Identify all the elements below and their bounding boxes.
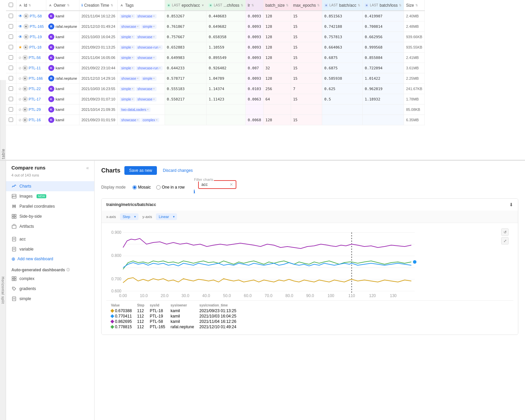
svg-text:0.00: 0.00	[119, 293, 127, 298]
sidebar-nav-gradients[interactable]: gradients	[6, 284, 94, 294]
row-lr: 0.0093	[246, 73, 264, 84]
svg-point-1	[13, 195, 14, 196]
row-checkbox[interactable]	[9, 118, 13, 122]
row-checkbox[interactable]	[9, 55, 13, 60]
y-axis-select-wrapper: Linear	[156, 213, 177, 220]
row-checkbox-cell	[6, 73, 16, 84]
y-axis-select[interactable]: Linear	[156, 213, 177, 220]
row-checkbox[interactable]	[9, 14, 13, 18]
row-eye-icon[interactable]: ⊘	[18, 56, 21, 60]
row-checkbox-cell	[6, 94, 16, 104]
tag: showcase ×	[136, 87, 157, 91]
row-batch-acc: 0.625	[322, 84, 363, 94]
reset-zoom-button[interactable]: ↺	[501, 228, 509, 236]
tag: showcase ×	[136, 97, 157, 101]
filter-charts-input[interactable]	[201, 182, 228, 187]
x-axis-select[interactable]: Step	[120, 213, 138, 220]
sidebar-nav-sidebyside[interactable]: Side-by-side	[6, 211, 94, 221]
run-id-link[interactable]: PTL-18	[30, 45, 42, 49]
run-id-link[interactable]: PTL-19	[30, 35, 42, 39]
sidebar-title: Compare runs	[11, 165, 46, 170]
run-id-link[interactable]: PTL-165	[30, 24, 44, 28]
row-size: 241.67KB	[404, 84, 424, 94]
row-creation-time: 2021/10/14 21:09:35	[79, 104, 117, 115]
row-creation-time: 2021/12/10 14:29:16	[79, 73, 117, 84]
row-eye-icon[interactable]: ⊘	[18, 97, 21, 101]
run-id-link[interactable]: PTL-56	[29, 56, 41, 60]
row-eye-icon[interactable]: 👁	[18, 14, 22, 18]
row-size: 2.40MB	[404, 11, 424, 21]
sidebar-nav-parallel[interactable]: Parallel coordinates	[6, 201, 94, 211]
sidebar-nav-artifacts[interactable]: Artifacts	[6, 221, 94, 231]
row-batch-acc: 0.6875	[322, 63, 363, 73]
row-checkbox[interactable]	[9, 24, 13, 28]
radio-one-in-row[interactable]: One in a row	[156, 185, 185, 190]
run-id-link[interactable]: PTL-58	[30, 14, 42, 18]
sidebar-collapse-button[interactable]: «	[86, 165, 89, 170]
svg-point-22	[13, 288, 14, 288]
row-owner-cell: K kamil	[46, 11, 79, 21]
row-checkbox[interactable]	[9, 34, 13, 39]
svg-text:0.600: 0.600	[111, 289, 121, 293]
row-size: 935.55KB	[404, 42, 424, 53]
row-tags-cell: two-dataLoaders ×	[117, 104, 165, 115]
owner-name: rafal.neptune	[56, 76, 77, 80]
row-checkbox[interactable]	[9, 97, 13, 101]
sidebar-nav-simple[interactable]: simple	[6, 294, 94, 304]
radio-mosaic[interactable]: Mosaic	[132, 185, 151, 190]
discard-changes-button[interactable]: Discard changes	[161, 166, 195, 175]
radio-one-in-row-input[interactable]	[156, 185, 161, 190]
row-eye-icon[interactable]: ⊘	[18, 108, 21, 112]
tooltip-row: Value 0.670388 0.770411 0.	[106, 300, 513, 332]
content-title: Charts	[101, 167, 120, 174]
row-icons-cell: ⊘ ● PTL-29	[16, 104, 46, 115]
download-icon[interactable]: ⬇	[509, 202, 513, 207]
run-id-link[interactable]: PTL-22	[29, 87, 41, 91]
doc-icon-simple	[11, 296, 17, 301]
sidebar-nav-images[interactable]: Images NEW	[6, 191, 94, 201]
row-checkbox[interactable]	[9, 66, 13, 70]
row-eye-icon[interactable]: ⊘	[18, 118, 21, 122]
zoom-button[interactable]: ⤢	[501, 237, 509, 244]
select-all-checkbox[interactable]	[9, 3, 13, 7]
add-dashboard-button[interactable]: ⊕ Add new dashboard	[6, 254, 94, 264]
row-checkbox[interactable]	[9, 76, 13, 80]
run-id-link[interactable]: PTL-29	[29, 108, 41, 112]
row-checkbox[interactable]	[9, 86, 13, 91]
sidebar-nav-complex[interactable]: complex	[6, 274, 94, 284]
table-row: ⊘ ● PTL-22 K kamil 2021/10/03 16:23:55 s…	[6, 84, 424, 94]
row-eye-icon[interactable]: 👁	[18, 24, 22, 29]
sidebar-nav-charts[interactable]: Charts	[6, 181, 94, 191]
run-id-link[interactable]: PTL-11	[29, 66, 41, 70]
row-eye-icon[interactable]: ⊘	[18, 66, 21, 70]
row-eye-icon[interactable]: ⊘	[18, 76, 21, 81]
tag: showcase-run ×	[136, 66, 163, 70]
filter-clear-button[interactable]: ✕	[230, 182, 233, 187]
row-eye-icon[interactable]: ⊘	[18, 87, 21, 91]
row-batch-size: 32	[263, 63, 291, 73]
display-mode-row: Display mode Mosaic One in a row Filter …	[101, 180, 518, 194]
save-as-new-button[interactable]: Save as new	[124, 166, 157, 175]
svg-point-51	[413, 260, 417, 264]
table-row: ⊘ ● PTL-16 K kamil 2021/09/23 01:01:59 s…	[6, 115, 424, 125]
sidebar-nav-acc[interactable]: acc	[6, 234, 94, 244]
row-eye-icon[interactable]: ★	[18, 45, 22, 50]
table-wrapper[interactable]: A Id ⇅ A Owner ⇅ ℹ Creation Time ⇅ A Tag…	[6, 0, 425, 160]
row-batch-loss: 0.962819	[362, 84, 404, 94]
owner-avatar: K	[48, 34, 54, 40]
run-id-link[interactable]: PTL-16	[29, 118, 41, 122]
row-checkbox[interactable]	[9, 107, 13, 112]
run-id-link[interactable]: PTL-17	[29, 97, 41, 101]
svg-text:130: 130	[390, 293, 397, 298]
row-creation-time: 2021/09/23 01:01:59	[79, 115, 117, 125]
col-batch-acc: ≡ LAST batch/acc ⇅	[322, 0, 363, 11]
filter-info-icon[interactable]: ℹ	[193, 189, 195, 194]
row-checkbox[interactable]	[9, 45, 13, 49]
row-max-epochs: 15	[291, 94, 322, 104]
filter-charts-label: Filter charts	[193, 178, 214, 182]
sidebar-nav-variable[interactable]: variable	[6, 244, 94, 254]
radio-mosaic-input[interactable]	[132, 185, 137, 190]
row-eye-icon[interactable]: 👁	[18, 34, 22, 39]
run-id-link[interactable]: PTL-166	[29, 76, 43, 80]
col-lr: lr ⇅	[246, 0, 264, 11]
